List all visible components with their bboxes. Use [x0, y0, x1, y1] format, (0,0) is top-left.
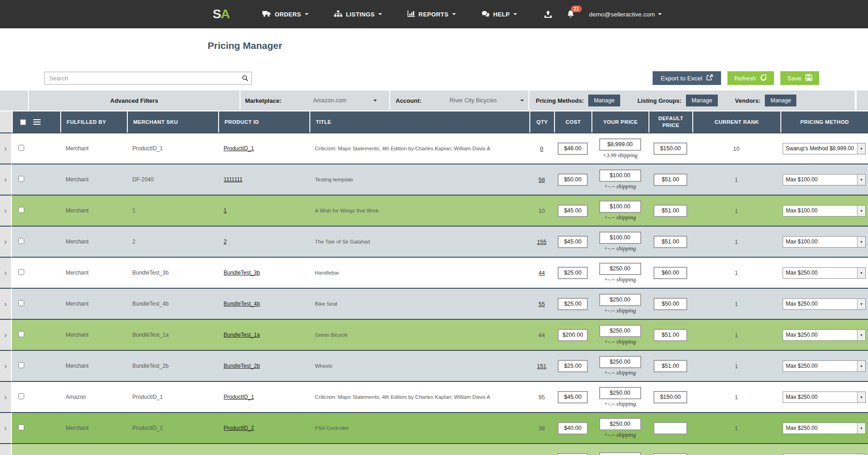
cost-input[interactable]: [558, 236, 588, 248]
row-expander-icon[interactable]: ›: [4, 144, 7, 153]
advanced-filters-toggle[interactable]: Advanced Filters: [29, 90, 241, 111]
default-price-input[interactable]: [654, 453, 687, 455]
header-merchant-sku[interactable]: MERCHANT SKU: [127, 111, 218, 132]
product-id-link[interactable]: BundleTest_4b: [224, 301, 260, 307]
column-menu-icon[interactable]: [33, 118, 41, 126]
product-id-link[interactable]: BundleTest_2b: [224, 363, 260, 369]
your-price-input[interactable]: [599, 387, 641, 399]
cost-input[interactable]: [558, 329, 588, 341]
row-checkbox[interactable]: [18, 269, 24, 275]
product-id-link[interactable]: BundleTest_3b: [224, 270, 260, 276]
cost-input[interactable]: [558, 422, 588, 434]
header-cost[interactable]: COST: [554, 111, 591, 132]
row-checkbox[interactable]: [18, 145, 24, 151]
qty-value[interactable]: 0: [540, 146, 544, 152]
default-price-input[interactable]: [654, 267, 687, 279]
default-price-input[interactable]: [654, 236, 687, 248]
product-id-link[interactable]: 2: [224, 238, 227, 245]
select-all-checkbox[interactable]: [20, 119, 26, 125]
pricing-method-select[interactable]: Max $250.00 ▼: [783, 298, 866, 310]
pricing-method-select[interactable]: Max $100.00 ▼: [783, 205, 866, 217]
your-price-input[interactable]: [599, 452, 641, 455]
your-price-input[interactable]: [599, 201, 641, 213]
pricing-method-select[interactable]: ▼: [783, 454, 866, 455]
upload-icon[interactable]: [544, 11, 552, 18]
qty-value[interactable]: 44: [539, 270, 545, 276]
nav-item-help[interactable]: HELP: [481, 11, 517, 18]
pricing-method-select[interactable]: Max $250.00 ▼: [783, 392, 866, 403]
default-price-input[interactable]: [654, 391, 687, 403]
product-id-link[interactable]: ProductID_1: [224, 394, 254, 400]
export-to-excel-button[interactable]: Export to Excel: [653, 71, 721, 85]
row-checkbox[interactable]: [18, 331, 24, 337]
pricing-method-select[interactable]: Max $100.00 ▼: [783, 236, 866, 248]
your-price-input[interactable]: [599, 294, 641, 306]
cost-input[interactable]: [558, 360, 588, 372]
default-price-input[interactable]: [654, 329, 687, 341]
pricing-method-select[interactable]: Max $250.00 ▼: [783, 360, 866, 372]
row-expander-icon[interactable]: ›: [4, 392, 7, 401]
row-checkbox[interactable]: [18, 393, 24, 399]
cost-input[interactable]: [558, 174, 588, 186]
row-expander-icon[interactable]: ›: [4, 361, 7, 370]
product-id-link[interactable]: ProductID_1: [224, 145, 254, 152]
manage-listing-groups-button[interactable]: Manage: [686, 95, 717, 106]
product-id-link[interactable]: 1111111: [224, 176, 242, 183]
your-price-input[interactable]: [599, 138, 641, 151]
default-price-input[interactable]: [654, 143, 687, 155]
header-title[interactable]: TITLE: [309, 111, 529, 132]
cost-input[interactable]: [558, 143, 588, 155]
save-button[interactable]: Save: [780, 71, 819, 85]
default-price-input[interactable]: [654, 360, 687, 372]
cost-input[interactable]: [558, 205, 588, 217]
pricing-method-select[interactable]: Max $250.00 ▼: [783, 267, 866, 279]
manage-vendors-button[interactable]: Manage: [765, 95, 796, 106]
row-checkbox[interactable]: [18, 300, 24, 306]
header-qty[interactable]: QTY: [529, 111, 554, 132]
default-price-input[interactable]: [654, 174, 687, 186]
product-id-link[interactable]: BundleTest_1a: [224, 332, 260, 338]
your-price-input[interactable]: [599, 232, 641, 244]
selleractive-logo[interactable]: SA: [213, 7, 230, 21]
product-id-link[interactable]: 1: [224, 207, 227, 214]
nav-item-listings[interactable]: LISTINGS: [334, 11, 382, 18]
default-price-input[interactable]: [654, 205, 687, 217]
qty-value[interactable]: 155: [537, 239, 547, 245]
your-price-input[interactable]: [599, 325, 641, 337]
search-input[interactable]: [45, 75, 239, 82]
cost-input[interactable]: [558, 267, 588, 279]
row-checkbox[interactable]: [18, 362, 24, 368]
refresh-button[interactable]: Refresh: [727, 71, 774, 85]
row-checkbox[interactable]: [18, 207, 24, 213]
row-checkbox[interactable]: [18, 238, 24, 244]
qty-value[interactable]: 55: [539, 301, 545, 307]
search-icon[interactable]: [239, 75, 251, 81]
pricing-method-select[interactable]: Swarup's Method $8,999.00 ▼: [783, 143, 866, 154]
row-expander-icon[interactable]: ›: [4, 175, 7, 184]
header-your-price[interactable]: YOUR PRICE: [591, 111, 648, 132]
header-default-price[interactable]: DEFAULT PRICE: [648, 111, 692, 132]
pricing-method-select[interactable]: Max $250.00 ▼: [783, 423, 866, 434]
row-expander-icon[interactable]: ›: [4, 268, 7, 277]
default-price-input[interactable]: [654, 422, 687, 434]
qty-value[interactable]: 58: [539, 177, 545, 183]
marketplace-select[interactable]: Amazon.com: [286, 97, 377, 104]
notifications-bell-icon[interactable]: 21: [567, 10, 575, 18]
row-expander-icon[interactable]: ›: [4, 206, 7, 215]
manage-pricing-methods-button[interactable]: Manage: [588, 95, 620, 106]
qty-value[interactable]: 151: [537, 363, 547, 370]
product-id-link[interactable]: ProductID_2: [224, 425, 254, 431]
your-price-input[interactable]: [599, 418, 641, 430]
cost-input[interactable]: [558, 391, 588, 403]
nav-item-orders[interactable]: ORDERS: [262, 11, 309, 18]
your-price-input[interactable]: [599, 263, 641, 275]
header-current-rank[interactable]: CURRENT RANK: [692, 111, 780, 132]
cost-input[interactable]: [558, 298, 588, 310]
nav-item-reports[interactable]: REPORTS: [408, 11, 456, 18]
your-price-input[interactable]: [599, 356, 641, 368]
row-expander-icon[interactable]: ›: [4, 237, 7, 246]
row-checkbox[interactable]: [18, 176, 24, 182]
row-expander-icon[interactable]: ›: [4, 423, 7, 432]
row-expander-icon[interactable]: ›: [4, 330, 7, 339]
row-expander-icon[interactable]: ›: [4, 299, 7, 308]
